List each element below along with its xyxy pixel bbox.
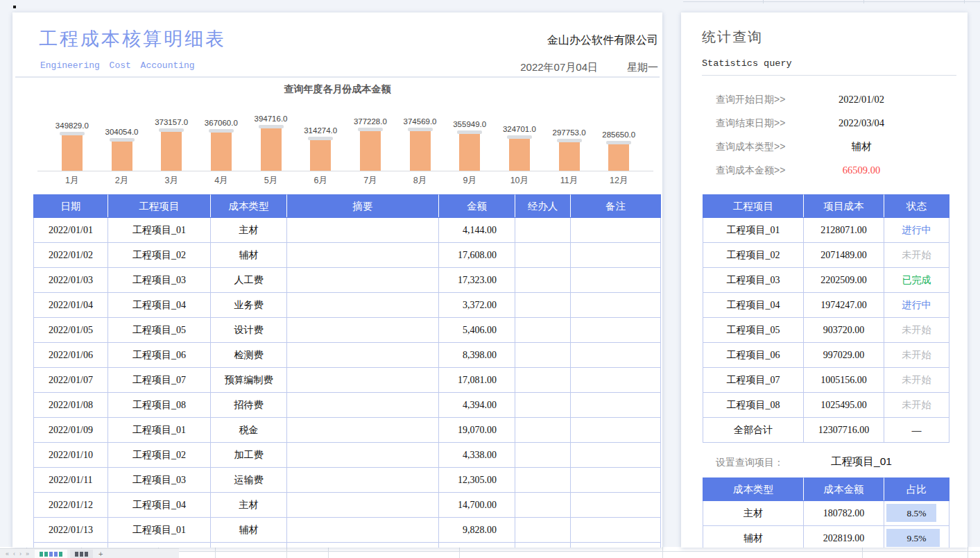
table-cell[interactable]: 工程项目_08 xyxy=(703,393,804,418)
table-cell[interactable]: 工程项目_07 xyxy=(703,368,804,393)
column-header[interactable]: 备注 xyxy=(571,195,661,218)
table-cell[interactable]: 进行中 xyxy=(884,293,949,318)
table-cell[interactable]: 903720.00 xyxy=(804,318,884,343)
table-cell[interactable] xyxy=(571,418,661,443)
table-cell[interactable]: 业务费 xyxy=(211,293,287,318)
table-cell[interactable] xyxy=(571,518,661,543)
table-cell[interactable]: 1025495.00 xyxy=(804,393,884,418)
table-cell[interactable] xyxy=(571,268,661,293)
table-cell[interactable]: 主材 xyxy=(211,493,287,518)
table-cell[interactable]: 辅材 xyxy=(211,243,287,268)
table-cell[interactable] xyxy=(515,343,571,368)
table-cell[interactable]: 2022/01/14 xyxy=(34,543,108,548)
table-cell[interactable]: 工程项目_08 xyxy=(108,393,211,418)
table-cell[interactable]: 工程项目_04 xyxy=(108,293,211,318)
table-cell[interactable] xyxy=(287,293,439,318)
table-cell[interactable]: 4,394.00 xyxy=(439,393,515,418)
table-cell[interactable]: 1974247.00 xyxy=(804,293,884,318)
table-cell[interactable] xyxy=(571,368,661,393)
table-cell[interactable]: 3,372.00 xyxy=(439,293,515,318)
sheet-tab-bar[interactable]: «‹›» + xyxy=(0,548,179,558)
column-header[interactable]: 成本类型 xyxy=(703,478,804,501)
table-cell[interactable]: 工程项目_03 xyxy=(108,468,211,493)
table-cell[interactable] xyxy=(287,243,439,268)
table-cell[interactable]: 8,398.00 xyxy=(439,343,515,368)
table-cell[interactable]: 招待费 xyxy=(211,393,287,418)
table-cell[interactable]: 2022/01/04 xyxy=(34,293,108,318)
table-cell[interactable] xyxy=(515,243,571,268)
table-cell[interactable]: 工程项目_02 xyxy=(108,543,211,548)
table-cell[interactable]: 2022/01/03 xyxy=(34,268,108,293)
table-cell[interactable]: 2022/01/12 xyxy=(34,493,108,518)
table-cell[interactable]: 12,198.00 xyxy=(439,543,515,548)
table-cell[interactable]: 未开始 xyxy=(884,243,949,268)
table-cell[interactable] xyxy=(515,468,571,493)
table-cell[interactable]: 2202509.00 xyxy=(804,268,884,293)
table-cell[interactable]: 工程项目_01 xyxy=(108,218,211,243)
table-cell[interactable] xyxy=(571,493,661,518)
column-header[interactable]: 工程项目 xyxy=(108,195,211,218)
table-cell[interactable]: 997029.00 xyxy=(804,343,884,368)
table-cell[interactable] xyxy=(287,318,439,343)
column-header[interactable]: 日期 xyxy=(34,195,108,218)
table-cell[interactable]: 2022/01/01 xyxy=(34,218,108,243)
table-cell[interactable]: 17,608.00 xyxy=(439,243,515,268)
table-cell[interactable]: 9,828.00 xyxy=(439,518,515,543)
table-cell[interactable]: 工程项目_03 xyxy=(108,268,211,293)
table-cell[interactable]: 设计费 xyxy=(211,318,287,343)
table-cell[interactable]: 工程项目_01 xyxy=(108,518,211,543)
query-value-field[interactable]: 66509.00 xyxy=(784,158,939,182)
table-cell[interactable]: 主材 xyxy=(211,218,287,243)
table-cell[interactable] xyxy=(515,293,571,318)
table-cell[interactable]: 2022/01/11 xyxy=(34,468,108,493)
table-cell[interactable]: 17,323.00 xyxy=(439,268,515,293)
table-cell[interactable] xyxy=(515,518,571,543)
first-sheet-icon[interactable]: « xyxy=(6,550,9,558)
table-cell[interactable] xyxy=(571,293,661,318)
table-cell[interactable]: 2022/01/09 xyxy=(34,418,108,443)
table-cell[interactable]: 2022/01/07 xyxy=(34,368,108,393)
prev-sheet-icon[interactable]: ‹ xyxy=(13,550,15,558)
table-cell[interactable]: 5,406.00 xyxy=(439,318,515,343)
table-cell[interactable]: 2022/01/08 xyxy=(34,393,108,418)
sheet-nav-arrows[interactable]: «‹›» xyxy=(0,550,35,558)
query-value-field[interactable]: 辅材 xyxy=(784,135,939,158)
sheet-tab-active[interactable] xyxy=(35,550,67,558)
table-cell[interactable] xyxy=(287,218,439,243)
table-cell[interactable]: 未开始 xyxy=(884,318,949,343)
table-cell[interactable]: 主材 xyxy=(703,501,804,526)
table-cell[interactable]: 2022/01/13 xyxy=(34,518,108,543)
table-cell[interactable]: 人工费 xyxy=(211,543,287,548)
table-cell[interactable] xyxy=(515,418,571,443)
table-cell[interactable]: 工程项目_06 xyxy=(703,343,804,368)
table-cell[interactable]: 9.5% xyxy=(884,526,949,548)
table-cell[interactable]: 工程项目_04 xyxy=(108,493,211,518)
table-cell[interactable]: 2128071.00 xyxy=(804,218,884,243)
table-cell[interactable] xyxy=(287,543,439,548)
table-cell[interactable]: 工程项目_07 xyxy=(108,368,211,393)
table-cell[interactable]: 180782.00 xyxy=(804,501,884,526)
table-cell[interactable]: 工程项目_02 xyxy=(108,443,211,468)
table-cell[interactable] xyxy=(287,493,439,518)
table-cell[interactable] xyxy=(571,218,661,243)
table-cell[interactable]: 2022/01/10 xyxy=(34,443,108,468)
query-value-field[interactable]: 2022/01/02 xyxy=(784,87,939,111)
table-cell[interactable] xyxy=(571,543,661,548)
table-cell[interactable]: 税金 xyxy=(211,418,287,443)
table-cell[interactable]: 工程项目_01 xyxy=(108,418,211,443)
table-cell[interactable]: 未开始 xyxy=(884,343,949,368)
table-cell[interactable]: 12,305.00 xyxy=(439,468,515,493)
table-cell[interactable]: 工程项目_03 xyxy=(703,268,804,293)
column-header[interactable]: 经办人 xyxy=(515,195,571,218)
table-cell[interactable]: 人工费 xyxy=(211,268,287,293)
table-cell[interactable]: 工程项目_04 xyxy=(703,293,804,318)
table-cell[interactable]: 进行中 xyxy=(884,218,949,243)
table-cell[interactable] xyxy=(287,268,439,293)
table-cell[interactable]: 工程项目_01 xyxy=(703,218,804,243)
table-cell[interactable] xyxy=(515,368,571,393)
column-header[interactable]: 摘要 xyxy=(287,195,439,218)
table-cell[interactable]: 19,070.00 xyxy=(439,418,515,443)
table-cell[interactable]: 预算编制费 xyxy=(211,368,287,393)
table-cell[interactable]: 工程项目_02 xyxy=(703,243,804,268)
table-cell[interactable]: 2071489.00 xyxy=(804,243,884,268)
